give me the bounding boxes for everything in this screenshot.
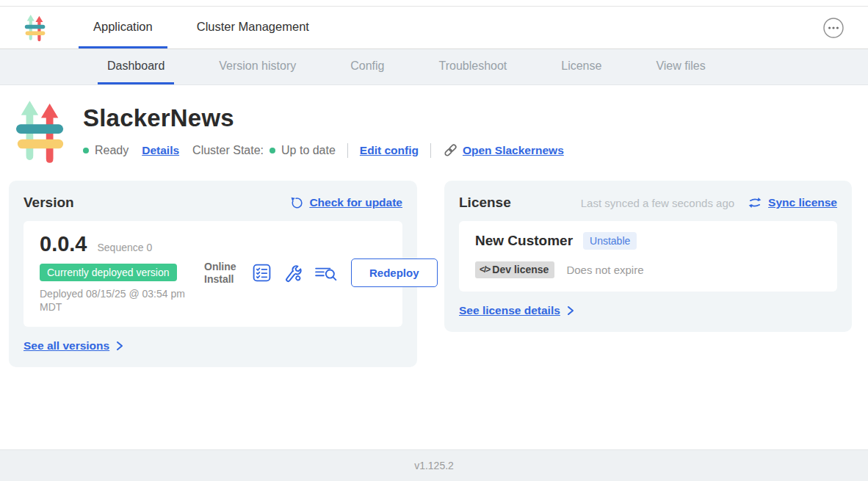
subnav-config-label: Config: [350, 59, 384, 73]
tab-cluster-management[interactable]: Cluster Management: [182, 7, 324, 48]
license-expiry: Does not expire: [566, 264, 643, 276]
console-version: v1.125.2: [414, 460, 454, 471]
top-nav: Application Cluster Management: [0, 7, 868, 49]
topnav-right: [822, 7, 868, 48]
admin-console-page: Application Cluster Management Dashboard…: [0, 0, 868, 481]
subnav-item-troubleshoot[interactable]: Troubleshoot: [429, 49, 516, 84]
edit-config-link[interactable]: Edit config: [360, 144, 419, 157]
subnav-item-version-history[interactable]: Version history: [209, 49, 305, 84]
app-status-row: Ready Details Cluster State: Up to date …: [83, 142, 564, 158]
wrench-gear-icon[interactable]: [283, 263, 303, 283]
preflight-checklist-icon[interactable]: [252, 263, 272, 283]
top-strip: [0, 0, 868, 7]
license-details-panel: New Customer Unstable </> Dev license Do…: [459, 221, 837, 292]
code-brackets-glyph: </>: [480, 264, 490, 275]
install-type-label: Online Install: [204, 261, 241, 286]
cluster-state-value: Up to date: [281, 144, 336, 157]
sync-arrows-icon: [748, 195, 762, 210]
license-type-label: Dev license: [492, 264, 549, 275]
overflow-menu-icon[interactable]: [822, 17, 845, 39]
subnav-item-config[interactable]: Config: [341, 49, 394, 84]
main-content: SlackerNews Ready Details Cluster State:…: [0, 85, 868, 367]
sync-license-link[interactable]: Sync license: [768, 196, 837, 209]
chain-link-icon: [443, 142, 458, 158]
tab-cluster-management-label: Cluster Management: [197, 20, 309, 34]
log-search-icon[interactable]: [314, 264, 338, 283]
version-card: Version Check for update: [9, 181, 417, 367]
license-card: License Last synced a few seconds ago: [444, 181, 852, 332]
app-status-dot: [83, 148, 89, 153]
divider: [430, 143, 431, 158]
see-all-versions-link[interactable]: See all versions: [23, 339, 109, 352]
footer: v1.125.2: [0, 449, 868, 481]
subnav-item-dashboard[interactable]: Dashboard: [98, 49, 174, 84]
subnav-license-label: License: [561, 59, 601, 73]
sub-nav: Dashboard Version history Config Trouble…: [0, 49, 868, 85]
dashboard-cards: Version Check for update: [9, 181, 852, 367]
app-icon: [15, 98, 66, 164]
version-sequence: Sequence 0: [98, 242, 153, 253]
subnav-dashboard-label: Dashboard: [107, 59, 164, 73]
currently-deployed-badge: Currently deployed version: [40, 264, 177, 281]
tab-application[interactable]: Application: [79, 7, 167, 48]
license-card-title: License: [459, 195, 511, 211]
customer-name: New Customer: [475, 233, 573, 249]
current-version-panel: 0.0.4 Sequence 0 Currently deployed vers…: [23, 221, 402, 327]
open-app-link[interactable]: Open Slackernews: [463, 144, 564, 157]
subnav-item-license[interactable]: License: [551, 49, 611, 84]
deployed-timestamp: Deployed 08/15/25 @ 03:54 pm MDT: [40, 287, 190, 314]
redeploy-button[interactable]: Redeploy: [351, 258, 438, 287]
subnav-item-view-files[interactable]: View files: [646, 49, 715, 84]
version-number: 0.0.4: [40, 232, 87, 256]
topnav-tabs: Application Cluster Management: [79, 7, 339, 48]
see-license-details-link[interactable]: See license details: [459, 304, 560, 317]
brand-logo[interactable]: [24, 13, 46, 48]
license-type-badge: </> Dev license: [475, 261, 554, 278]
app-status-label: Ready: [95, 144, 129, 157]
check-for-update-link[interactable]: Check for update: [309, 196, 402, 209]
divider: [347, 143, 348, 158]
cluster-state-label: Cluster State:: [192, 144, 264, 157]
tab-application-label: Application: [93, 20, 153, 34]
channel-badge: Unstable: [583, 232, 637, 250]
subnav-version-history-label: Version history: [219, 59, 296, 73]
subnav-troubleshoot-label: Troubleshoot: [438, 59, 507, 73]
slackernews-logo-icon: [24, 13, 46, 43]
chevron-right-icon: [567, 305, 574, 316]
cluster-status-dot: [270, 148, 275, 153]
refresh-icon: [289, 196, 303, 210]
last-synced-text: Last synced a few seconds ago: [581, 197, 734, 209]
app-header: SlackerNews Ready Details Cluster State:…: [0, 85, 868, 164]
details-link[interactable]: Details: [142, 144, 179, 157]
page-title: SlackerNews: [83, 104, 564, 132]
subnav-view-files-label: View files: [656, 59, 705, 73]
version-card-title: Version: [23, 195, 74, 211]
chevron-right-icon: [116, 341, 123, 351]
